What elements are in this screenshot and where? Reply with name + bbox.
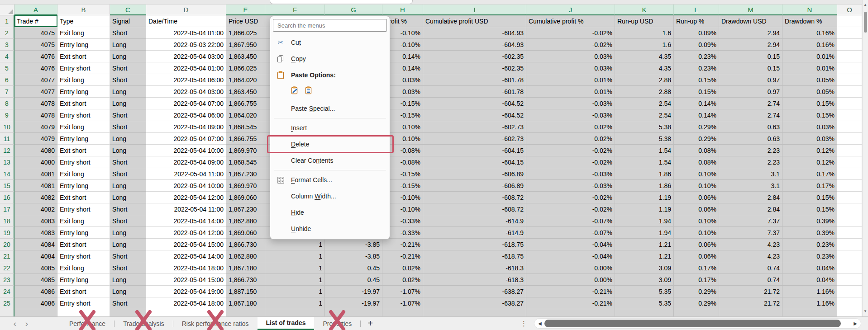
cell-M3[interactable]: 2.94: [719, 39, 782, 51]
cell-A10[interactable]: 4079: [14, 121, 57, 133]
cell-E19[interactable]: 1,869.060: [226, 227, 265, 239]
cell-F22[interactable]: 1: [265, 262, 325, 274]
cell-A3[interactable]: 4075: [14, 39, 57, 51]
cell-N20[interactable]: 0.23%: [782, 239, 837, 250]
cell-A12[interactable]: 4080: [14, 145, 57, 156]
cell-J19[interactable]: -0.07%: [526, 227, 615, 239]
menu-item-clear-contents[interactable]: Clear Contents: [270, 152, 390, 169]
menu-item-format-cells[interactable]: Format Cells...: [270, 172, 390, 188]
cell-J1[interactable]: Cumulative profit %: [526, 15, 615, 27]
row-header-13[interactable]: 13: [0, 156, 14, 168]
row-header-20[interactable]: 20: [0, 239, 14, 250]
column-header-J[interactable]: J: [526, 5, 615, 15]
cell-L3[interactable]: 0.09%: [674, 39, 719, 51]
cell-D11[interactable]: 2022-05-04 07:00: [146, 133, 226, 145]
cell-L17[interactable]: 0.06%: [674, 203, 719, 215]
cell-K24[interactable]: 5.35: [615, 286, 674, 297]
row-header-1[interactable]: 1: [0, 15, 14, 27]
cell-O5[interactable]: [837, 62, 862, 74]
cell-J17[interactable]: -0.02%: [526, 203, 615, 215]
cell-J11[interactable]: 0.02%: [526, 133, 615, 145]
cell-B2[interactable]: Exit long: [57, 27, 110, 39]
cell-B7[interactable]: Entry long: [57, 86, 110, 98]
cell-A17[interactable]: 4082: [14, 203, 57, 215]
cell-A7[interactable]: 4077: [14, 86, 57, 98]
cell-K5[interactable]: 4.35: [615, 62, 674, 74]
row-header-10[interactable]: 10: [0, 121, 14, 133]
menu-item-paste-special[interactable]: Paste Special...: [270, 100, 390, 117]
cell-N18[interactable]: 0.39%: [782, 215, 837, 227]
cell-O8[interactable]: [837, 98, 862, 109]
row-header-14[interactable]: 14: [0, 168, 14, 180]
cell-J3[interactable]: -0.02%: [526, 39, 615, 51]
cell-E[interactable]: [226, 309, 265, 316]
row-header-16[interactable]: 16: [0, 192, 14, 203]
menu-item-copy[interactable]: Copy: [270, 51, 390, 67]
cell-E6[interactable]: 1,864.020: [226, 74, 265, 86]
cell-O[interactable]: [837, 309, 862, 316]
cell-D14[interactable]: 2022-05-04 11:00: [146, 168, 226, 180]
cell-M8[interactable]: 2.74: [719, 98, 782, 109]
cell-L11[interactable]: 0.29%: [674, 133, 719, 145]
cell-M23[interactable]: 0.74: [719, 274, 782, 286]
cell-M20[interactable]: 4.23: [719, 239, 782, 250]
cell-N9[interactable]: 0.15%: [782, 109, 837, 121]
cell-I13[interactable]: -604.15: [423, 156, 526, 168]
cell-I6[interactable]: -601.78: [423, 74, 526, 86]
menu-item-column-width[interactable]: Column Width...: [270, 188, 390, 204]
cell-K22[interactable]: 3.09: [615, 262, 674, 274]
cell-N6[interactable]: 0.05%: [782, 74, 837, 86]
cell-L2[interactable]: 0.09%: [674, 27, 719, 39]
cell-I14[interactable]: -606.89: [423, 168, 526, 180]
cell-B14[interactable]: Exit long: [57, 168, 110, 180]
cell-B15[interactable]: Entry long: [57, 180, 110, 192]
cell-H22[interactable]: 0.02%: [382, 262, 423, 274]
cell-M19[interactable]: 7.37: [719, 227, 782, 239]
cell-L8[interactable]: 0.14%: [674, 98, 719, 109]
cell-J[interactable]: [526, 309, 615, 316]
cell-N12[interactable]: 0.12%: [782, 145, 837, 156]
cell-L16[interactable]: 0.06%: [674, 192, 719, 203]
cell-N7[interactable]: 0.05%: [782, 86, 837, 98]
cell-E18[interactable]: 1,862.880: [226, 215, 265, 227]
menu-item-paste-options[interactable]: Paste Options:: [270, 67, 390, 83]
cell-F21[interactable]: 1: [265, 250, 325, 262]
cell-C6[interactable]: Short: [110, 74, 146, 86]
cell-K15[interactable]: 1.86: [615, 180, 674, 192]
vertical-scrollbar[interactable]: ▲ ▼: [862, 0, 868, 316]
cell-O3[interactable]: [837, 39, 862, 51]
cell-N13[interactable]: 0.12%: [782, 156, 837, 168]
cell-I25[interactable]: -638.27: [423, 297, 526, 309]
cell-C5[interactable]: Short: [110, 62, 146, 74]
cell-I5[interactable]: -602.35: [423, 62, 526, 74]
cell-E23[interactable]: 1,866.730: [226, 274, 265, 286]
cell-M6[interactable]: 0.97: [719, 74, 782, 86]
cell-C10[interactable]: Short: [110, 121, 146, 133]
cell-I12[interactable]: -604.15: [423, 145, 526, 156]
cell-L1[interactable]: Run-up %: [674, 15, 719, 27]
cell-I18[interactable]: -614.9: [423, 215, 526, 227]
cell-O25[interactable]: [837, 297, 862, 309]
cell-O12[interactable]: [837, 145, 862, 156]
scroll-right-icon[interactable]: ▶: [852, 321, 858, 326]
cell-C16[interactable]: Long: [110, 192, 146, 203]
column-header-F[interactable]: F: [265, 5, 325, 15]
column-header-B[interactable]: B: [57, 5, 110, 15]
cell-I3[interactable]: -604.93: [423, 39, 526, 51]
cell-G21[interactable]: -3.85: [325, 250, 382, 262]
cell-J21[interactable]: -0.04%: [526, 250, 615, 262]
cell-N8[interactable]: 0.15%: [782, 98, 837, 109]
cell-J6[interactable]: 0.01%: [526, 74, 615, 86]
cell-O21[interactable]: [837, 250, 862, 262]
cell-I20[interactable]: -618.75: [423, 239, 526, 250]
cell-L25[interactable]: 0.29%: [674, 297, 719, 309]
cell-D18[interactable]: 2022-05-04 14:00: [146, 215, 226, 227]
cell-M22[interactable]: 0.74: [719, 262, 782, 274]
cell-E11[interactable]: 1,866.755: [226, 133, 265, 145]
cell-K9[interactable]: 2.54: [615, 109, 674, 121]
cell-A19[interactable]: 4083: [14, 227, 57, 239]
cell-O19[interactable]: [837, 227, 862, 239]
row-header-6[interactable]: 6: [0, 74, 14, 86]
column-header-D[interactable]: D: [146, 5, 226, 15]
cell-I16[interactable]: -608.72: [423, 192, 526, 203]
